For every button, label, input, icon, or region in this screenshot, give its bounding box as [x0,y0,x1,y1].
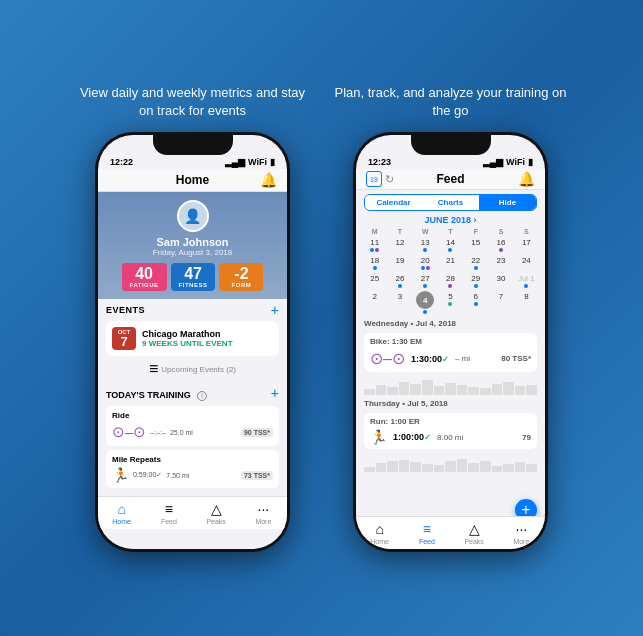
segment-control: Calendar Charts Hide [364,194,537,211]
cal-day-26[interactable]: 26 [387,272,412,290]
right-more-tab-label: More [513,538,529,545]
workout-type-ride: Ride [112,411,273,420]
right-bell-icon[interactable]: 🔔 [518,171,535,187]
segment-charts[interactable]: Charts [422,195,479,210]
cal-day-6[interactable]: 6 [463,290,488,315]
cal-day-28[interactable]: 28 [438,272,463,290]
cal-day-15[interactable]: 15 [463,236,488,254]
right-battery-icon: ▮ [528,157,533,167]
cal-day-27[interactable]: 27 [413,272,438,290]
right-tab-peaks[interactable]: △ Peaks [451,521,498,545]
calendar-week-1: 11 12 13 14 15 16 17 [362,236,539,254]
cal-day-29[interactable]: 29 [463,272,488,290]
feed-list: Wednesday • Jul 4, 2018 Bike: 1:30 EM ⊙–… [356,315,545,472]
cal-day-19[interactable]: 19 [387,254,412,272]
events-section-header: EVENTS + [106,303,279,317]
right-home-tab-label: Home [370,538,389,545]
calendar-grid: JUNE 2018 › M T W T F S S 11 12 13 [356,215,545,315]
right-phone-inner: 12:23 ▂▄▆ WiFi ▮ 19 ↻ Feed 🔔 [356,135,545,549]
cal-day-4-today[interactable]: 4 [413,290,438,315]
feed-tab-label: Feed [161,518,177,525]
feed-workout-bike[interactable]: Bike: 1:30 EM ⊙–⊙ 1:30:00✓ – mi 80 TSS* [364,333,537,372]
event-card[interactable]: OCT 7 Chicago Marathon 9 WEEKS UNTIL EVE… [106,321,279,356]
cal-day-11[interactable]: 11 [362,236,387,254]
right-phone-section: Plan, track, and analyze your training o… [331,84,571,552]
event-date-badge: OCT 7 [112,327,136,350]
menu-icon: ≡ [149,360,158,378]
training-header: TODAY'S TRAINING i + [106,384,279,402]
content-area: EVENTS + OCT 7 Chicago Marathon 9 WEEKS … [98,299,287,496]
upcoming-row[interactable]: ≡ Upcoming Events (2) [106,360,279,378]
peaks-tab-icon: △ [211,501,222,517]
cal-day-18[interactable]: 18 [362,254,387,272]
left-phone-section: View daily and weekly metrics and stay o… [73,84,313,552]
add-event-button[interactable]: + [271,303,279,317]
cal-day-13[interactable]: 13 [413,236,438,254]
right-tab-feed[interactable]: ≡ Feed [403,521,450,545]
cal-day-3[interactable]: 3 [387,290,412,315]
cal-day-12[interactable]: 12 [387,236,412,254]
cal-day-22[interactable]: 22 [463,254,488,272]
segment-calendar[interactable]: Calendar [365,195,422,210]
feed-bike-dist: – mi [455,354,470,363]
right-status-time: 12:23 [368,157,391,167]
fitness-value: 47 [179,266,208,282]
workout-details-run: 🏃 0:59:00✓ 7.50 mi 73 TSS* [112,467,273,483]
cal-day-24[interactable]: 24 [514,254,539,272]
left-phone: 12:22 ▂▄▆ WiFi ▮ Home 🔔 👤 Sam Johnson [95,132,290,552]
feed-run-icon: 🏃 [370,429,387,445]
profile-area: 👤 Sam Johnson Friday, August 3, 2018 40 … [98,192,287,299]
tab-more[interactable]: ··· More [240,501,287,525]
cal-day-14[interactable]: 14 [438,236,463,254]
cal-day-5[interactable]: 5 [438,290,463,315]
more-tab-label: More [255,518,271,525]
cal-day-jul1[interactable]: Jul 1 [514,272,539,290]
cal-day-16[interactable]: 16 [488,236,513,254]
fatigue-label: FATIGUE [130,282,159,288]
feed-bike-details: ⊙–⊙ 1:30:00✓ – mi 80 TSS* [370,349,531,368]
ride-distance: 25.0 mi [170,429,193,436]
segment-hide[interactable]: Hide [479,195,536,210]
training-title-row: TODAY'S TRAINING i [106,384,207,402]
tab-feed[interactable]: ≡ Feed [145,501,192,525]
cal-day-7[interactable]: 7 [488,290,513,315]
cal-day-21[interactable]: 21 [438,254,463,272]
cal-day-20[interactable]: 20 [413,254,438,272]
cal-day-8[interactable]: 8 [514,290,539,315]
status-icons: ▂▄▆ WiFi ▮ [225,157,275,167]
right-tab-more[interactable]: ··· More [498,521,545,545]
event-day: 7 [115,335,133,348]
cal-day-17[interactable]: 17 [514,236,539,254]
feed-tab-icon: ≡ [165,501,173,517]
tab-home[interactable]: ⌂ Home [98,501,145,525]
cal-day-25[interactable]: 25 [362,272,387,290]
right-tab-home[interactable]: ⌂ Home [356,521,403,545]
feed-nav-title: Feed [436,172,464,186]
feed-workout-run[interactable]: Run: 1:00 ER 🏃 1:00:00✓ 8.00 mi 79 [364,413,537,449]
feed-run-details: 🏃 1:00:00✓ 8.00 mi 79 [370,429,531,445]
right-feed-tab-label: Feed [419,538,435,545]
wifi-icon: WiFi [248,157,267,167]
calendar-week-2: 18 19 20 21 22 23 24 [362,254,539,272]
stats-row: 40 FATIGUE 47 FITNESS -2 FORM [106,263,279,291]
tab-peaks[interactable]: △ Peaks [193,501,240,525]
add-training-button[interactable]: + [271,386,279,400]
run-tss: 73 TSS* [241,471,273,480]
calendar-button[interactable]: 19 [366,171,382,187]
bell-icon[interactable]: 🔔 [260,172,277,188]
left-phone-inner: 12:22 ▂▄▆ WiFi ▮ Home 🔔 👤 Sam Johnson [98,135,287,549]
feed-run-tss: 79 [522,433,531,442]
more-tab-icon: ··· [258,501,270,517]
right-more-tab-icon: ··· [516,521,528,537]
cal-day-23[interactable]: 23 [488,254,513,272]
form-label: FORM [227,282,255,288]
battery-icon: ▮ [270,157,275,167]
bike-icon: ⊙–⊙ [112,423,146,441]
workout-type-run: Mile Repeats [112,455,273,464]
feed-bike-icon: ⊙–⊙ [370,349,405,368]
feed-section-thu: Thursday • Jul 5, 2018 [356,395,545,410]
cal-day-30[interactable]: 30 [488,272,513,290]
refresh-icon[interactable]: ↻ [385,173,394,186]
cal-day-2[interactable]: 2 [362,290,387,315]
home-tab-icon: ⌂ [117,501,125,517]
